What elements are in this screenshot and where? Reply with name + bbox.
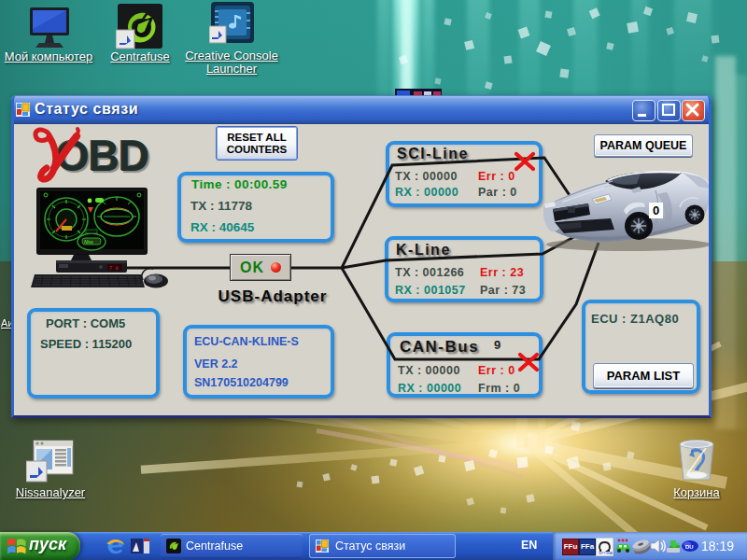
svg-text:SPYWARE: SPYWARE	[599, 551, 613, 555]
svg-text:DU: DU	[685, 544, 694, 550]
